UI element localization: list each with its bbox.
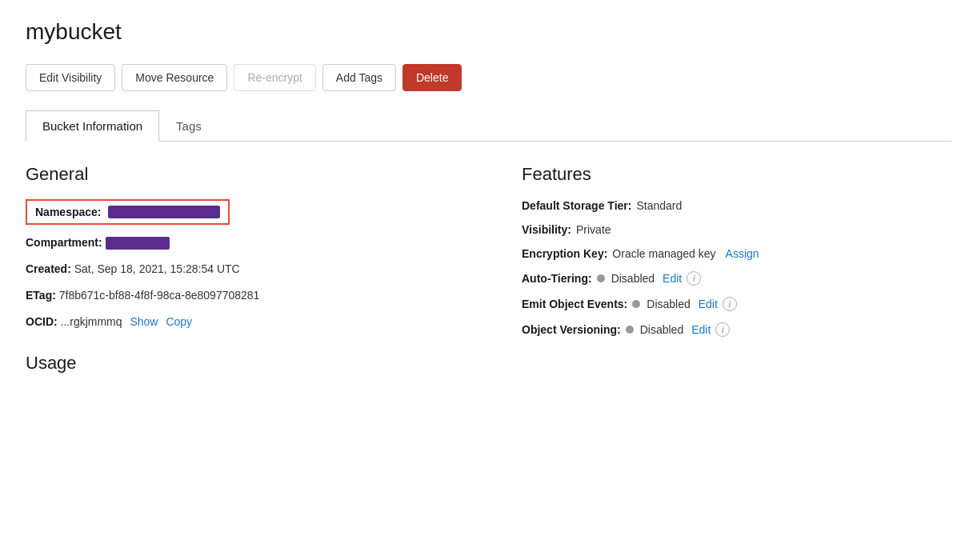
object-versioning-info-icon: i — [715, 322, 730, 337]
created-value: Sat, Sep 18, 2021, 15:28:54 UTC — [74, 262, 240, 275]
assign-link[interactable]: Assign — [726, 247, 759, 260]
ocid-copy-link[interactable]: Copy — [166, 315, 192, 328]
ocid-row: OCID: ...rgkjmmmq Show Copy — [26, 314, 458, 330]
edit-visibility-button[interactable]: Edit Visibility — [26, 64, 115, 91]
auto-tiering-info-icon: i — [687, 271, 701, 286]
content-area: General Namespace: Compartment: Created:… — [26, 164, 951, 388]
auto-tiering-row: Auto-Tiering: Disabled Edit i — [522, 271, 922, 286]
tabs-container: Bucket Information Tags — [26, 110, 951, 142]
add-tags-button[interactable]: Add Tags — [322, 64, 396, 91]
ocid-value: ...rgkjmmmq — [61, 315, 122, 328]
emit-events-status-dot — [632, 300, 640, 308]
emit-events-label: Emit Object Events: — [522, 298, 627, 310]
object-versioning-value: Disabled — [640, 323, 683, 336]
object-versioning-row: Object Versioning: Disabled Edit i — [522, 322, 922, 337]
created-label: Created: — [26, 262, 71, 275]
namespace-label: Namespace: — [35, 206, 102, 218]
features-section-title: Features — [522, 164, 922, 185]
ocid-label: OCID: — [26, 315, 58, 328]
general-section-title: General — [26, 164, 458, 185]
object-versioning-label: Object Versioning: — [522, 323, 621, 336]
usage-section-title: Usage — [26, 353, 458, 374]
page-title: mybucket — [26, 19, 951, 45]
storage-tier-label: Default Storage Tier: — [522, 199, 631, 212]
toolbar: Edit Visibility Move Resource Re-encrypt… — [26, 64, 951, 91]
visibility-label: Visibility: — [522, 223, 571, 236]
compartment-value-redacted — [106, 237, 170, 250]
object-versioning-status-dot — [626, 326, 634, 334]
reencrypt-button: Re-encrypt — [234, 64, 315, 91]
visibility-value: Private — [576, 223, 611, 236]
etag-label: ETag: — [26, 289, 56, 302]
auto-tiering-edit-link[interactable]: Edit — [663, 272, 682, 285]
emit-events-info-icon: i — [723, 297, 737, 311]
encryption-key-value: Oracle managed key — [612, 247, 715, 260]
emit-events-value: Disabled — [647, 298, 690, 310]
tab-bucket-information[interactable]: Bucket Information — [26, 110, 159, 142]
right-panel: Features Default Storage Tier: Standard … — [522, 164, 922, 388]
namespace-value-redacted — [108, 206, 220, 218]
encryption-key-row: Encryption Key: Oracle managed key Assig… — [522, 247, 922, 260]
etag-value: 7f8b671c-bf88-4f8f-98ca-8e8097708281 — [59, 289, 260, 302]
storage-tier-value: Standard — [636, 199, 682, 212]
emit-events-edit-link[interactable]: Edit — [699, 298, 718, 310]
object-versioning-edit-link[interactable]: Edit — [691, 323, 711, 336]
compartment-row: Compartment: — [26, 234, 458, 251]
auto-tiering-label: Auto-Tiering: — [522, 272, 592, 285]
left-panel: General Namespace: Compartment: Created:… — [26, 164, 458, 388]
compartment-label: Compartment: — [26, 236, 102, 249]
tab-tags[interactable]: Tags — [159, 110, 218, 142]
encryption-key-label: Encryption Key: — [522, 247, 607, 260]
ocid-show-link[interactable]: Show — [130, 315, 158, 328]
emit-events-row: Emit Object Events: Disabled Edit i — [522, 297, 922, 311]
auto-tiering-value: Disabled — [611, 272, 655, 285]
visibility-row: Visibility: Private — [522, 223, 922, 236]
delete-button[interactable]: Delete — [402, 64, 462, 91]
etag-row: ETag: 7f8b671c-bf88-4f8f-98ca-8e80977082… — [26, 287, 458, 304]
created-row: Created: Sat, Sep 18, 2021, 15:28:54 UTC — [26, 261, 458, 278]
namespace-row: Namespace: — [26, 199, 230, 225]
storage-tier-row: Default Storage Tier: Standard — [522, 199, 922, 212]
auto-tiering-status-dot — [597, 274, 605, 282]
move-resource-button[interactable]: Move Resource — [122, 64, 227, 91]
